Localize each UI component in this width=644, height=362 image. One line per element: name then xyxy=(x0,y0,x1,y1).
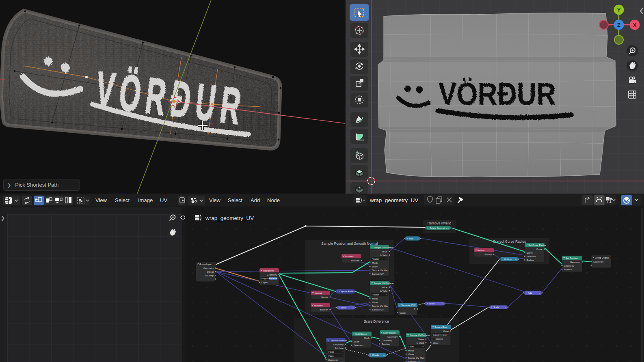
svg-text:Value: Value xyxy=(372,265,378,268)
svg-text:Z: Z xyxy=(617,22,620,28)
svg-text:Value: Value xyxy=(382,250,387,253)
svg-text:Sample UV/Surface: Sample UV/Surface xyxy=(374,282,393,284)
svg-text:Image: Image xyxy=(138,197,153,203)
svg-text:Geometry: Geometry xyxy=(267,274,277,276)
svg-text:Sample UV: Sample UV xyxy=(372,308,384,311)
svg-text:Geometry: Geometry xyxy=(564,265,574,267)
svg-text:Selection: Selection xyxy=(354,344,363,347)
svg-text:❯: ❯ xyxy=(1,215,5,221)
svg-text:Mesh: Mesh xyxy=(372,297,378,300)
svg-text:Curve: Curve xyxy=(527,252,533,254)
svg-text:Object Info: Object Info xyxy=(263,269,274,272)
svg-text:Vector: Vector xyxy=(372,258,379,260)
svg-text:Mesh: Mesh xyxy=(372,262,378,264)
svg-text:Normal: Normal xyxy=(321,296,328,298)
svg-text:Sample UV: Sample UV xyxy=(408,360,420,362)
svg-text:Capture Attribute: Capture Attribute xyxy=(330,339,347,342)
svg-text:Value: Value xyxy=(408,353,414,356)
svg-text:Normal: Normal xyxy=(315,292,322,294)
svg-text:Radius: Radius xyxy=(527,259,534,261)
svg-text:Mesh: Mesh xyxy=(408,349,414,352)
svg-text:wrap_geometry_UV: wrap_geometry_UV xyxy=(370,197,418,203)
svg-text:Geometry: Geometry xyxy=(203,267,214,269)
svg-text:Value: Value xyxy=(418,338,424,340)
svg-text:Boolean: Boolean xyxy=(351,259,359,262)
svg-text:Scale: Scale xyxy=(493,306,499,308)
svg-text:‹›: ‹› xyxy=(505,306,506,308)
svg-text:Separate XYZ: Separate XYZ xyxy=(401,304,416,306)
svg-text:Geometry: Geometry xyxy=(333,343,344,346)
svg-text:Is Valid: Is Valid xyxy=(417,342,424,344)
svg-text:Select: Select xyxy=(115,197,130,203)
svg-text:Set Position: Set Position xyxy=(566,257,578,259)
svg-text:‹›: ‹› xyxy=(417,237,419,240)
svg-text:View: View xyxy=(209,197,221,203)
svg-text:Y: Y xyxy=(617,7,621,13)
svg-text:Vector: Vector xyxy=(400,312,406,314)
svg-text:Add: Add xyxy=(528,292,532,294)
svg-text:Value: Value xyxy=(382,286,387,289)
svg-text:View: View xyxy=(95,197,107,203)
svg-text:Node: Node xyxy=(267,197,280,203)
svg-text:Curve: Curve xyxy=(536,248,542,250)
svg-text:Selection: Selection xyxy=(527,255,536,258)
svg-text:UV: UV xyxy=(160,197,167,203)
svg-text:UV Map: UV Map xyxy=(205,274,214,277)
svg-text:Boolean: Boolean xyxy=(314,304,323,307)
svg-text:Capture Attribute: Capture Attribute xyxy=(339,290,356,293)
svg-text:Scale Difference: Scale Difference xyxy=(364,319,389,323)
svg-text:Face: Face xyxy=(328,355,334,357)
svg-text:Value: Value xyxy=(443,330,449,332)
svg-text:Group Input: Group Input xyxy=(199,263,212,265)
svg-text:‹›: ‹› xyxy=(515,258,517,261)
svg-text:Vector: Vector xyxy=(372,293,379,296)
svg-text:Mesh: Mesh xyxy=(364,337,370,339)
svg-text:Float: Float xyxy=(408,345,414,348)
svg-text:Add: Add xyxy=(251,197,260,203)
svg-text:Sample UV/Surface: Sample UV/Surface xyxy=(374,246,393,249)
svg-text:‹›: ‹› xyxy=(383,354,385,356)
svg-text:Geometry: Geometry xyxy=(593,261,603,263)
svg-text:Boolean: Boolean xyxy=(345,255,354,258)
svg-text:Is Valid: Is Valid xyxy=(380,290,387,292)
svg-text:Source UV Map: Source UV Map xyxy=(408,357,424,359)
svg-text:‹›: ‹› xyxy=(352,290,354,293)
svg-text:Set Curve Radius: Set Curve Radius xyxy=(528,244,546,246)
svg-text:Geometry: Geometry xyxy=(382,339,392,342)
svg-text:Clamp: Clamp xyxy=(436,338,443,340)
svg-text:Original: Original xyxy=(261,277,269,280)
svg-text:X: X xyxy=(633,22,637,28)
svg-text:Geometry: Geometry xyxy=(387,336,398,338)
svg-text:Group Output: Group Output xyxy=(595,256,609,259)
svg-text:Split Edges: Split Edges xyxy=(355,333,367,335)
svg-text:Square Root: Square Root xyxy=(433,334,447,336)
svg-text:Mesh: Mesh xyxy=(354,340,359,343)
svg-text:Is Valid: Is Valid xyxy=(380,254,387,256)
svg-text:wrap_geometry_UV: wrap_geometry_UV xyxy=(205,215,254,221)
svg-text:Multiply: Multiply xyxy=(504,258,512,261)
svg-text:Float: Float xyxy=(328,351,334,353)
svg-text:‹›: ‹› xyxy=(539,292,540,294)
svg-text:Boolean: Boolean xyxy=(320,308,328,311)
svg-text:Z: Z xyxy=(414,308,416,310)
svg-text:Geometry: Geometry xyxy=(570,261,580,263)
svg-text:Value: Value xyxy=(372,301,378,304)
svg-text:Sample UV: Sample UV xyxy=(372,273,384,275)
svg-text:Set Position: Set Position xyxy=(383,332,395,334)
svg-text:Divide: Divide xyxy=(372,354,379,356)
svg-text:VÖRÐUR: VÖRÐUR xyxy=(439,76,556,111)
svg-text:‹›: ‹› xyxy=(447,227,449,229)
svg-text:Relative: Relative xyxy=(269,277,277,280)
svg-text:Not: Not xyxy=(409,237,413,240)
svg-text:Scale: Scale xyxy=(429,302,434,305)
svg-text:Sample UV/Surface: Sample UV/Surface xyxy=(410,334,430,336)
svg-text:Object: Object xyxy=(261,281,268,284)
svg-text:Value: Value xyxy=(433,342,439,344)
svg-text:Square Root: Square Root xyxy=(434,326,447,328)
svg-text:Position: Position xyxy=(382,343,390,345)
svg-text:Remove Invalid: Remove Invalid xyxy=(428,221,452,225)
svg-text:Source UV Map: Source UV Map xyxy=(372,305,388,307)
svg-text:Radius: Radius xyxy=(484,253,492,256)
svg-text:Source UV Map: Source UV Map xyxy=(372,269,388,272)
svg-text:Sample Position and Smooth Nor: Sample Position and Smooth Normal xyxy=(321,241,378,246)
